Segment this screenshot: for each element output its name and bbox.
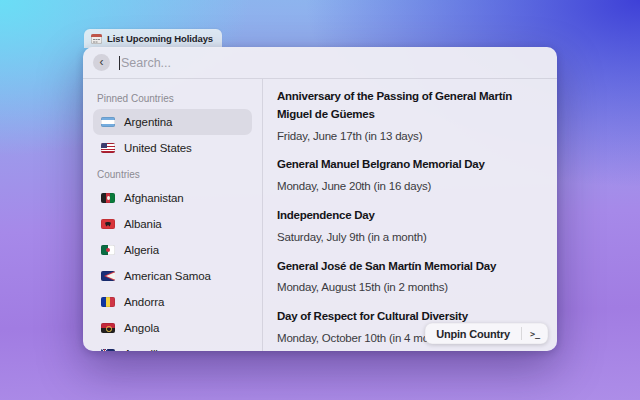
sidebar-sections: Pinned Countries Argentina United States… xyxy=(93,93,252,351)
section-items: Argentina United States xyxy=(93,109,252,161)
holiday-title: Independence Day xyxy=(277,207,543,225)
holiday-entry: Anniversary of the Passing of General Ma… xyxy=(277,88,543,143)
country-label: Algeria xyxy=(124,244,159,256)
flag-argentina-icon xyxy=(101,117,115,127)
sidebar-item-argentina[interactable]: Argentina xyxy=(93,109,252,135)
unpin-country-button[interactable]: Unpin Country xyxy=(425,323,521,344)
flag-american-samoa-icon xyxy=(101,271,115,281)
search-bar: ‹ xyxy=(83,47,557,79)
country-label: American Samoa xyxy=(124,270,211,282)
country-label: United States xyxy=(124,142,192,154)
chevron-left-icon: ‹ xyxy=(100,56,104,68)
calendar-icon xyxy=(91,34,102,44)
holiday-date: Friday, June 17th (in 13 days) xyxy=(277,130,543,144)
holiday-title: General Manuel Belgrano Memorial Day xyxy=(277,156,543,174)
country-label: Angola xyxy=(124,322,159,334)
flag-anguilla-icon xyxy=(101,349,115,351)
flag-albania-icon xyxy=(101,219,115,229)
holiday-entry: Independence Day Saturday, July 9th (in … xyxy=(277,207,543,245)
back-button[interactable]: ‹ xyxy=(93,54,110,71)
unpin-country-label: Unpin Country xyxy=(436,328,510,340)
flag-andorra-icon xyxy=(101,297,115,307)
sidebar-item-angola[interactable]: Angola xyxy=(93,315,252,341)
holiday-title: Anniversary of the Passing of General Ma… xyxy=(277,88,543,124)
sidebar-section: Countries Afghanistan Albania Algeria Am… xyxy=(93,169,252,351)
sidebar-section: Pinned Countries Argentina United States xyxy=(93,93,252,161)
country-label: Argentina xyxy=(124,116,172,128)
desktop-background: { "launcher": { "tag": { "label": "List … xyxy=(0,0,640,400)
holiday-entry: General José de San Martín Memorial Day … xyxy=(277,258,543,296)
holiday-detail-panel: Anniversary of the Passing of General Ma… xyxy=(263,79,557,351)
sidebar-item-united-states[interactable]: United States xyxy=(93,135,252,161)
sidebar-item-afghanistan[interactable]: Afghanistan xyxy=(93,185,252,211)
actions-menu-button[interactable]: >_ xyxy=(522,323,548,344)
holiday-date: Monday, June 20th (in 16 days) xyxy=(277,180,543,194)
sidebar-item-albania[interactable]: Albania xyxy=(93,211,252,237)
sidebar-item-andorra[interactable]: Andorra xyxy=(93,289,252,315)
sidebar-item-american-samoa[interactable]: American Samoa xyxy=(93,263,252,289)
terminal-prompt-icon: >_ xyxy=(530,329,540,339)
flag-algeria-icon xyxy=(101,245,115,255)
sidebar-item-anguilla[interactable]: Anguilla xyxy=(93,341,252,351)
country-label: Afghanistan xyxy=(124,192,184,204)
holiday-entry: General Manuel Belgrano Memorial Day Mon… xyxy=(277,156,543,194)
window-body: Pinned Countries Argentina United States… xyxy=(83,79,557,351)
flag-angola-icon xyxy=(101,323,115,333)
section-title: Pinned Countries xyxy=(97,93,248,104)
section-items: Afghanistan Albania Algeria American Sam… xyxy=(93,185,252,351)
country-label: Albania xyxy=(124,218,162,230)
sidebar-item-algeria[interactable]: Algeria xyxy=(93,237,252,263)
text-caret xyxy=(119,56,120,70)
launcher-window: ‹ Pinned Countries Argentina United Stat… xyxy=(83,47,557,351)
command-tag[interactable]: List Upcoming Holidays xyxy=(84,29,222,48)
flag-united-states-icon xyxy=(101,143,115,153)
country-label: Anguilla xyxy=(124,348,164,351)
holiday-list: Anniversary of the Passing of General Ma… xyxy=(277,88,543,346)
holiday-date: Saturday, July 9th (in a month) xyxy=(277,231,543,245)
sidebar: Pinned Countries Argentina United States… xyxy=(83,79,263,351)
action-bar: Unpin Country >_ xyxy=(425,323,548,344)
country-label: Andorra xyxy=(124,296,164,308)
section-title: Countries xyxy=(97,169,248,180)
command-tag-label: List Upcoming Holidays xyxy=(107,33,213,44)
holiday-title: General José de San Martín Memorial Day xyxy=(277,258,543,276)
search-input[interactable] xyxy=(121,56,545,70)
flag-afghanistan-icon xyxy=(101,193,115,203)
holiday-date: Monday, August 15th (in 2 months) xyxy=(277,281,543,295)
